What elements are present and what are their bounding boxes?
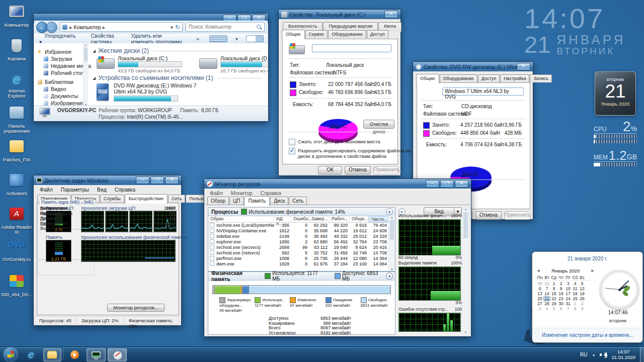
- desktop-icon-adobe[interactable]: AAdobe Reader XI: [1, 206, 32, 235]
- index-checkbox[interactable]: [289, 148, 295, 154]
- calendar-day[interactable]: 28: [543, 301, 550, 306]
- ok-button[interactable]: ОК: [318, 166, 342, 174]
- uninstall-button[interactable]: Удалить или изменить программу: [126, 33, 191, 45]
- calendar-day[interactable]: 27: [536, 301, 543, 306]
- collapse-icon[interactable]: ▲: [386, 273, 393, 280]
- calendar-day[interactable]: 14: [543, 291, 550, 296]
- tab-Оборудование[interactable]: Оборудование: [440, 74, 477, 82]
- calendar-day[interactable]: 8: [550, 286, 557, 291]
- sidebar-scrollbar[interactable]: ▲ ▼: [83, 43, 88, 106]
- desktop-icon-sdi[interactable]: SDI_x64_Dri...: [1, 274, 32, 297]
- tab-Запись[interactable]: Запись: [530, 74, 552, 82]
- tab-Быстродействие[interactable]: Быстродействие: [125, 194, 168, 204]
- properties-c-titlebar[interactable]: Свойства: Локальный диск (C:) ✕: [279, 10, 400, 19]
- calendar-day[interactable]: 17: [565, 291, 572, 296]
- tab-Службы[interactable]: Службы: [100, 195, 124, 203]
- tab-ЦП[interactable]: ЦП: [229, 197, 244, 205]
- cancel-button[interactable]: Отмена: [345, 166, 371, 174]
- expander-icon[interactable]: ◢: [93, 76, 96, 80]
- processes-header[interactable]: Процессы Использование физической памяти…: [208, 208, 395, 216]
- calendar-day[interactable]: 3: [536, 306, 543, 311]
- calendar-day[interactable]: 19: [579, 291, 586, 296]
- calendar-month[interactable]: Январь 2020: [540, 268, 591, 274]
- sidebar-item-desktop[interactable]: Рабочий стол: [37, 69, 83, 76]
- column-header-6[interactable]: Частн...: [369, 216, 389, 222]
- menu-Параметры[interactable]: Параметры: [57, 186, 93, 194]
- calendar-day[interactable]: 1: [550, 281, 557, 286]
- taskbar-wmp-button[interactable]: [66, 348, 84, 360]
- tab-Общие[interactable]: Общие: [416, 74, 439, 83]
- process-row[interactable]: explorer.exe1856263 88056 49232 78423 70…: [208, 239, 389, 244]
- minimize-button[interactable]: ─: [136, 176, 149, 184]
- minimize-button[interactable]: ─: [426, 180, 439, 188]
- sidebar-item-star[interactable]: ★Избранное: [37, 48, 83, 55]
- calendar-day[interactable]: 29: [550, 301, 557, 306]
- search-input[interactable]: Поиск: Компьютер: [189, 24, 231, 30]
- calendar-day[interactable]: 30: [536, 281, 543, 286]
- views-icon[interactable]: [209, 35, 227, 42]
- calendar-day[interactable]: 31: [565, 301, 572, 306]
- physical-memory-header[interactable]: Физическая память Используется: 1177 МБ …: [208, 272, 395, 281]
- change-date-time-link[interactable]: Изменение настроек даты и времени...: [532, 332, 642, 338]
- row-checkbox[interactable]: [210, 228, 214, 233]
- maximize-button[interactable]: ❐: [440, 180, 454, 188]
- calendar-day[interactable]: 7: [543, 286, 550, 291]
- calendar-day[interactable]: 7: [565, 306, 572, 311]
- calendar-day[interactable]: 21: [543, 296, 550, 301]
- tab-Сеть[interactable]: Сеть: [168, 195, 185, 203]
- calendar-day[interactable]: 22: [550, 296, 557, 301]
- start-button[interactable]: [4, 348, 17, 361]
- maximize-button[interactable]: ❐: [150, 176, 164, 184]
- taskbar-explorer-button[interactable]: [43, 348, 61, 361]
- tab-Обзор[interactable]: Обзор: [207, 197, 229, 205]
- sidebar-item-libraries[interactable]: Библиотеки: [37, 78, 83, 85]
- desktop-icon-computer[interactable]: Компьютер: [1, 4, 32, 28]
- row-checkbox[interactable]: [210, 234, 214, 238]
- collapse-icon[interactable]: ▲: [386, 208, 393, 215]
- cpu-gadget[interactable]: CPU 2 %: [594, 121, 637, 143]
- calendar-day[interactable]: 8: [572, 306, 579, 311]
- search-box[interactable]: Поиск: Компьютер: [186, 22, 265, 32]
- views-dropdown-icon[interactable]: ▾: [230, 36, 243, 42]
- calendar-day[interactable]: 12: [579, 286, 586, 291]
- disk-cleanup-button[interactable]: Очистка диска: [363, 120, 394, 129]
- calendar-day[interactable]: 23: [557, 296, 565, 301]
- close-button[interactable]: ✕: [517, 63, 530, 70]
- show-desktop-button[interactable]: [640, 347, 644, 362]
- calendar-day[interactable]: 16: [557, 291, 565, 296]
- row-checkbox[interactable]: [210, 239, 214, 244]
- sidebar-item-documents[interactable]: Документы: [37, 93, 83, 100]
- calendar-day[interactable]: 4: [543, 306, 550, 311]
- tab-Доступ[interactable]: Доступ: [478, 74, 500, 82]
- row-checkbox[interactable]: [210, 256, 214, 260]
- column-header-3[interactable]: Завер...: [309, 216, 330, 222]
- volume-label-input[interactable]: Windows 7 Ultim x64 NL3 by OVG: [442, 87, 524, 96]
- scrollbar-thumb[interactable]: [84, 47, 88, 61]
- sidebar-item-recent[interactable]: Недавние места: [37, 62, 83, 69]
- dvd-drive-item[interactable]: DVD RW дисковод (E:) Windows 7 Ultim x64…: [95, 82, 240, 106]
- breadcrumb-text[interactable]: Компьютер: [73, 24, 101, 30]
- breadcrumb[interactable]: ▸ Компьютер ▸ ▾ ↻: [60, 22, 183, 32]
- next-month-icon[interactable]: ►: [591, 268, 595, 273]
- calendar-day[interactable]: 13: [536, 291, 543, 296]
- menu-Файл[interactable]: Файл: [36, 186, 57, 194]
- taskbar-taskmgr-button[interactable]: [87, 348, 106, 361]
- desktop-icon-pin[interactable]: Activators: [1, 172, 32, 196]
- tab-Оборудование[interactable]: Оборудование: [328, 30, 366, 38]
- tab-Диск[interactable]: Диск: [270, 197, 288, 205]
- taskbar-resmon-button[interactable]: [108, 348, 127, 361]
- hidden-icons-arrow[interactable]: ▲: [592, 353, 596, 356]
- process-table-scrollbar[interactable]: ▲▼: [388, 216, 395, 271]
- process-row[interactable]: dwm.exe1828061 97637 18423 10014 084: [208, 261, 389, 266]
- row-checkbox[interactable]: [210, 223, 214, 227]
- task-manager-titlebar[interactable]: Диспетчер задач Windows ─ ❐ ✕: [34, 175, 181, 185]
- drive-item[interactable]: Локальный диск (C:)43,5 ГБ свободно из 6…: [95, 55, 193, 73]
- search-icon[interactable]: [256, 24, 262, 30]
- organize-button[interactable]: Упорядочить ▾: [34, 33, 86, 45]
- desktop-icon-folder[interactable]: Patches_FIX: [1, 139, 32, 162]
- tab-Доступ[interactable]: Доступ: [367, 30, 388, 38]
- calendar-day[interactable]: 18: [572, 291, 579, 296]
- calendar-day[interactable]: 2: [557, 281, 565, 286]
- column-header-4[interactable]: Рабоч...: [330, 216, 350, 222]
- mem-gadget[interactable]: MEM 1.2 GB: [594, 150, 637, 166]
